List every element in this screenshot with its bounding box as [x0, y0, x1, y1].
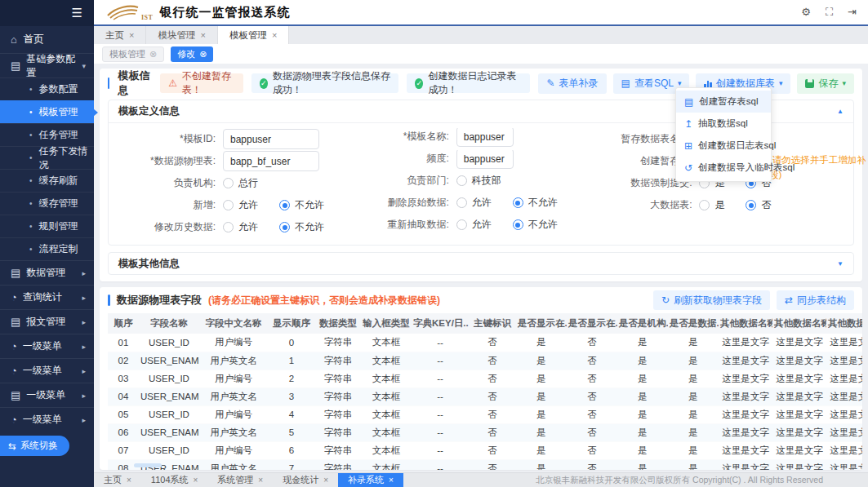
radio-icon[interactable]: [699, 200, 710, 210]
menu-item-create-log-table-sql[interactable]: ⊞创建数据日志表sql: [676, 135, 771, 157]
column-header: 是否是机构..: [617, 313, 668, 334]
org-radio[interactable]: 总行: [223, 176, 258, 190]
tab-template-mgmt[interactable]: 模板管理×: [218, 26, 289, 44]
close-icon[interactable]: ×: [389, 476, 394, 485]
sidebar-group-query-stats[interactable]: ◔查询统计▸: [0, 285, 94, 309]
sidebar-item-rule-mgmt[interactable]: •规则管理: [0, 215, 94, 237]
tab-module-mgmt[interactable]: 模块管理×: [146, 26, 217, 44]
sync-structure-button[interactable]: ⇄同步表结构: [777, 290, 854, 310]
table-row[interactable]: 02USER_ENAME用户英文名1字符串文本框--否是否是是这里是文字这里是文…: [108, 352, 862, 370]
table-cell: 否: [567, 423, 617, 441]
menu-item-create-temp-table-sql[interactable]: ↺创建数据导入临时表sql: [676, 157, 771, 179]
sidebar-group-menu-2[interactable]: ◔一级菜单▸: [0, 358, 94, 383]
gear-icon[interactable]: ⚙: [801, 6, 811, 19]
sidebar-item-task-dispatch[interactable]: •任务下发情况: [0, 146, 94, 169]
sidebar-group-basic-params[interactable]: ▤ 基础参数配置 ▾: [0, 53, 94, 77]
radio-icon[interactable]: [456, 219, 467, 230]
sidebar-group-message-mgmt[interactable]: ▤报文管理▸: [0, 309, 94, 334]
big-table-no-radio[interactable]: 否: [746, 198, 771, 212]
horizontal-scrollbar[interactable]: [134, 463, 162, 467]
close-icon[interactable]: ×: [200, 30, 205, 40]
big-table-yes-radio[interactable]: 是: [699, 198, 724, 212]
sidebar-group-data-mgmt[interactable]: ▤数据管理▸: [0, 260, 94, 285]
radio-icon[interactable]: [746, 200, 756, 210]
bottom-tab-home[interactable]: 主页×: [94, 473, 141, 487]
modify-history-allow-radio[interactable]: 允许: [223, 220, 258, 234]
close-circle-icon[interactable]: ⊗: [199, 49, 207, 60]
save-button[interactable]: 保存▾: [797, 73, 854, 94]
sidebar-item-template-mgmt[interactable]: •模板管理: [0, 100, 94, 123]
chip-edit[interactable]: 修改⊗: [171, 46, 213, 62]
sidebar-group-menu-3[interactable]: ▤一级菜单▸: [0, 383, 94, 407]
radio-icon[interactable]: [223, 200, 234, 210]
table-cell: 3: [268, 387, 315, 405]
frequency-field[interactable]: [456, 150, 514, 169]
chevron-right-icon: ▸: [82, 318, 86, 326]
bottom-tab-supplement-system[interactable]: 补录系统×: [338, 473, 403, 487]
collapse-icon[interactable]: ▼: [837, 260, 844, 268]
bottom-tab-system-mgmt[interactable]: 系统管理×: [207, 473, 273, 487]
template-name-field[interactable]: [456, 128, 514, 147]
close-icon[interactable]: ×: [194, 476, 198, 485]
close-icon[interactable]: ×: [323, 476, 328, 485]
sidebar-group-label: 一级菜单: [23, 413, 62, 427]
source-table-field[interactable]: [223, 151, 319, 171]
sidebar-item-param-config[interactable]: •参数配置: [0, 77, 94, 100]
menu-item-create-staging-sql[interactable]: ▤创建暂存表sql: [676, 91, 771, 113]
form-entry-button[interactable]: ✎表单补录: [538, 73, 606, 94]
system-switch-button[interactable]: ⇆ 系统切换: [0, 436, 69, 456]
refresh-fields-button[interactable]: ↻刷新获取物理表字段: [653, 290, 770, 310]
table-row[interactable]: 06USER_ENAME用户英文名5字符串文本框--否是否是是这里是文字这里是文…: [108, 423, 862, 441]
menu-item-extract-data-sql[interactable]: ↥抽取数据sql: [676, 113, 771, 135]
radio-icon[interactable]: [513, 219, 523, 230]
re-extract-allow-radio[interactable]: 允许: [456, 218, 492, 232]
radio-icon[interactable]: [279, 222, 290, 232]
field-label: 重新抽取数据:: [358, 218, 456, 232]
radio-icon[interactable]: [223, 178, 234, 188]
close-icon[interactable]: ×: [127, 476, 131, 485]
table-row[interactable]: 07USER_ID用户编号6字符串文本框--否是否是是这里是文字这里是文字这里是…: [108, 441, 862, 459]
radio-icon[interactable]: [223, 222, 234, 232]
radio-icon[interactable]: [513, 197, 523, 208]
sidebar-item-task-mgmt[interactable]: •任务管理: [0, 123, 94, 146]
bottom-tab-1104[interactable]: 1104系统×: [141, 473, 208, 487]
table-cell: 用户编号: [199, 370, 268, 387]
table-row[interactable]: 05USER_ID用户编号4字符串文本框--否是否是是这里是文字这里是文字这里是…: [108, 405, 862, 423]
table-row[interactable]: 04USER_ENAME用户英文名3字符串文本框--否是否是是这里是文字这里是文…: [108, 387, 862, 405]
close-icon[interactable]: ×: [129, 30, 134, 40]
sidebar-item-home[interactable]: ⌂ 首页: [0, 26, 94, 53]
add-new-allow-radio[interactable]: 允许: [223, 198, 258, 212]
radio-icon[interactable]: [279, 200, 290, 210]
radio-icon[interactable]: [456, 175, 467, 186]
bottom-tab-cash-stats[interactable]: 现金统计×: [273, 473, 338, 487]
template-id-field[interactable]: [223, 129, 319, 149]
logout-icon[interactable]: ⇥: [848, 6, 857, 19]
field-label: 删除原始数据:: [358, 196, 456, 210]
sidebar-item-process-custom[interactable]: •流程定制: [0, 237, 94, 260]
table-row[interactable]: 01USER_ID用户编号0字符串文本框--否是否是是这里是文字这里是文字这里是…: [108, 334, 862, 352]
radio-icon[interactable]: [456, 197, 467, 208]
re-extract-deny-radio[interactable]: 不允许: [513, 218, 558, 232]
sidebar-item-cache-mgmt[interactable]: •缓存管理: [0, 192, 94, 215]
table-row[interactable]: 08USER_ENAME用户英文名7字符串文本框--否是否是是这里是文字这里是文…: [108, 459, 862, 470]
delete-original-allow-radio[interactable]: 允许: [456, 196, 492, 210]
template-other-info-section[interactable]: 模板其他信息 ▼: [108, 252, 854, 275]
modify-history-deny-radio[interactable]: 不允许: [279, 220, 324, 234]
table-row[interactable]: 03USER_ID用户编号2字符串文本框--否是否是是这里是文字这里是文字这里是…: [108, 370, 862, 387]
hamburger-icon[interactable]: ☰: [72, 6, 82, 20]
refresh-icon: ↻: [661, 294, 670, 306]
delete-original-deny-radio[interactable]: 不允许: [513, 196, 558, 210]
chip-template-mgmt[interactable]: 模板管理⊗: [102, 46, 164, 62]
fullscreen-icon[interactable]: ⛶: [826, 6, 833, 19]
sidebar-group-menu-4[interactable]: ◔一级菜单▸: [0, 407, 94, 432]
close-circle-icon[interactable]: ⊗: [149, 49, 157, 60]
sidebar-item-cache-refresh[interactable]: •缓存刷新: [0, 169, 94, 192]
add-new-deny-radio[interactable]: 不允许: [279, 198, 324, 212]
table-cell: 是: [668, 441, 719, 459]
dept-radio[interactable]: 科技部: [456, 174, 501, 188]
collapse-icon[interactable]: ▲: [837, 108, 844, 115]
close-icon[interactable]: ×: [258, 476, 263, 485]
close-icon[interactable]: ×: [272, 30, 277, 40]
tab-home[interactable]: 主页×: [94, 26, 146, 44]
sidebar-group-menu-1[interactable]: ◔一级菜单▸: [0, 334, 94, 358]
